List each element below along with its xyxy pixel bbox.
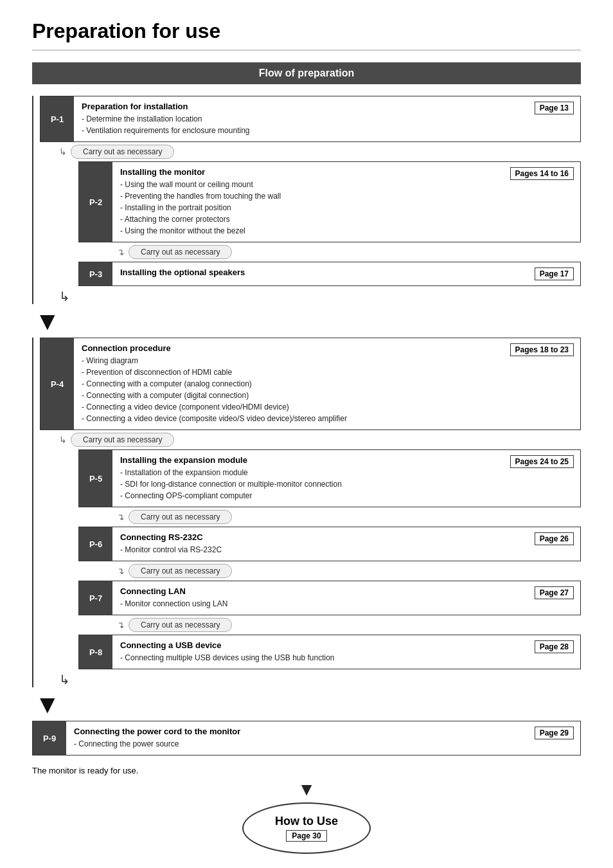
carry-bubble-2: Carry out as necessary xyxy=(129,245,232,259)
how-to-use-oval: How to Use Page 30 xyxy=(242,802,371,854)
step-p3-content: Installing the optional speakers xyxy=(112,262,510,285)
step-p3-title: Installing the optional speakers xyxy=(120,267,502,277)
carry-connector-4: ↴ Carry out as necessary xyxy=(98,510,581,524)
step-p7-label: P-7 xyxy=(79,581,112,615)
step-p2-content: Installing the monitor - Using the wall … xyxy=(112,162,510,242)
step-p5-label: P-5 xyxy=(79,450,112,507)
step-p9-wrap: P-9 Connecting the power cord to the mon… xyxy=(32,721,581,755)
plug-connector-1: ↳ xyxy=(59,289,70,304)
step-p2-page: Pages 14 to 16 xyxy=(510,162,580,242)
step-p6-page: Page 26 xyxy=(510,527,580,561)
step-p3-badge: Page 17 xyxy=(535,267,574,280)
step-p7-wrap: P-7 Connecting LAN - Monitor connection … xyxy=(78,581,581,615)
flow-container: P-1 Preparation for installation - Deter… xyxy=(32,96,581,755)
carry-connector-2: ↴ Carry out as necessary xyxy=(98,245,581,259)
connector-icon-5: ↴ xyxy=(117,566,125,576)
step-p6-label: P-6 xyxy=(79,527,112,561)
group1-bottom-connector: ↳ xyxy=(59,289,581,304)
step-p8-title: Connecting a USB device xyxy=(120,640,502,650)
group-1: P-1 Preparation for installation - Deter… xyxy=(32,96,581,304)
carry-connector-5: ↴ Carry out as necessary xyxy=(98,564,581,578)
step-p7-content: Connecting LAN - Monitor connection usin… xyxy=(112,581,510,615)
step-p3-wrap: P-3 Installing the optional speakers Pag… xyxy=(78,262,581,286)
step-p4-desc: - Wiring diagram- Prevention of disconne… xyxy=(82,355,502,424)
step-p1: P-1 Preparation for installation - Deter… xyxy=(40,96,581,142)
step-p4-label: P-4 xyxy=(40,338,74,429)
step-p4-content: Connection procedure - Wiring diagram- P… xyxy=(74,338,510,429)
step-p7-badge: Page 27 xyxy=(535,586,574,599)
step-p4-page: Pages 18 to 23 xyxy=(510,338,580,429)
carry-connector-1: ↳ Carry out as necessary xyxy=(40,145,581,159)
group2-bottom-connector: ↳ xyxy=(59,672,581,687)
ready-text: The monitor is ready for use. xyxy=(32,766,581,775)
step-p2-badge: Pages 14 to 16 xyxy=(510,167,574,180)
connector-icon-1: ↳ xyxy=(59,147,67,157)
step-p5-desc: - Installation of the expansion module- … xyxy=(120,467,502,502)
step-p3: P-3 Installing the optional speakers Pag… xyxy=(78,262,581,286)
connector-icon-4: ↴ xyxy=(117,512,125,522)
section-header: Flow of preparation xyxy=(32,62,581,84)
step-p2: P-2 Installing the monitor - Using the w… xyxy=(78,161,581,242)
step-p2-title: Installing the monitor xyxy=(120,167,502,177)
step-p4: P-4 Connection procedure - Wiring diagra… xyxy=(40,338,581,430)
step-p6-badge: Page 26 xyxy=(535,532,574,545)
carry-bubble-3: Carry out as necessary xyxy=(71,433,174,447)
step-p9-badge: Page 29 xyxy=(535,727,574,739)
how-to-use-title: How to Use xyxy=(275,815,338,828)
carry-bubble-5: Carry out as necessary xyxy=(129,564,232,578)
big-arrow-1: ▼ xyxy=(35,308,581,334)
step-p1-desc: - Determine the installation location- V… xyxy=(82,113,502,136)
ready-section: The monitor is ready for use. ▼ How to U… xyxy=(32,766,581,854)
step-p5-title: Installing the expansion module xyxy=(120,455,502,465)
step-p1-label: P-1 xyxy=(40,96,74,141)
step-p5: P-5 Installing the expansion module - In… xyxy=(78,449,581,507)
step-p4-title: Connection procedure xyxy=(82,343,502,353)
step-p2-label: P-2 xyxy=(79,162,112,242)
step-p1-page: Page 13 xyxy=(510,96,580,141)
carry-connector-6: ↴ Carry out as necessary xyxy=(98,618,581,632)
step-p9-label: P-9 xyxy=(33,721,66,755)
step-p2-desc: - Using the wall mount or ceiling mount-… xyxy=(120,179,502,237)
group-2: P-4 Connection procedure - Wiring diagra… xyxy=(32,338,581,687)
step-p3-label: P-3 xyxy=(79,262,112,285)
step-p9: P-9 Connecting the power cord to the mon… xyxy=(32,721,581,755)
step-p1-content: Preparation for installation - Determine… xyxy=(74,96,510,141)
step-p6-content: Connecting RS-232C - Monitor control via… xyxy=(112,527,510,561)
step-p5-wrap: P-5 Installing the expansion module - In… xyxy=(78,449,581,507)
step-p5-badge: Pages 24 to 25 xyxy=(510,455,574,468)
step-p8-desc: - Connecting multiple USB devices using … xyxy=(120,652,502,664)
step-p8-content: Connecting a USB device - Connecting mul… xyxy=(112,635,510,669)
step-p9-desc: - Connecting the power source xyxy=(74,738,502,750)
step-p7-desc: - Monitor connection using LAN xyxy=(120,598,502,610)
connector-icon-3: ↳ xyxy=(59,435,67,445)
step-p7-page: Page 27 xyxy=(510,581,580,615)
step-p5-content: Installing the expansion module - Instal… xyxy=(112,450,510,507)
down-arrow-final: ▼ xyxy=(32,779,581,800)
carry-bubble-1: Carry out as necessary xyxy=(71,145,174,159)
step-p5-page: Pages 24 to 25 xyxy=(510,450,580,507)
large-down-arrow-2: ▼ xyxy=(35,691,60,717)
step-p8-wrap: P-8 Connecting a USB device - Connecting… xyxy=(78,635,581,669)
step-p6-desc: - Monitor control via RS-232C xyxy=(120,544,502,556)
carry-bubble-6: Carry out as necessary xyxy=(129,618,232,632)
step-p8-page: Page 28 xyxy=(510,635,580,669)
carry-connector-3: ↳ Carry out as necessary xyxy=(40,433,581,447)
step-p4-wrap: P-4 Connection procedure - Wiring diagra… xyxy=(40,338,581,430)
step-p7: P-7 Connecting LAN - Monitor connection … xyxy=(78,581,581,615)
step-p8-label: P-8 xyxy=(79,635,112,669)
step-p6: P-6 Connecting RS-232C - Monitor control… xyxy=(78,527,581,561)
step-p3-page: Page 17 xyxy=(510,262,580,285)
step-p2-wrap: P-2 Installing the monitor - Using the w… xyxy=(78,161,581,242)
carry-bubble-4: Carry out as necessary xyxy=(129,510,232,524)
big-arrow-2: ▼ xyxy=(35,691,581,717)
step-p1-badge: Page 13 xyxy=(535,102,574,114)
step-p8-badge: Page 28 xyxy=(535,640,574,653)
large-down-arrow-1: ▼ xyxy=(35,308,60,334)
step-p1-title: Preparation for installation xyxy=(82,102,502,111)
connector-icon-6: ↴ xyxy=(117,620,125,630)
step-p9-title: Connecting the power cord to the monitor xyxy=(74,727,502,736)
step-p7-title: Connecting LAN xyxy=(120,586,502,596)
plug-connector-2: ↳ xyxy=(59,672,70,687)
step-p9-page: Page 29 xyxy=(510,721,580,755)
step-p4-badge: Pages 18 to 23 xyxy=(510,343,574,356)
